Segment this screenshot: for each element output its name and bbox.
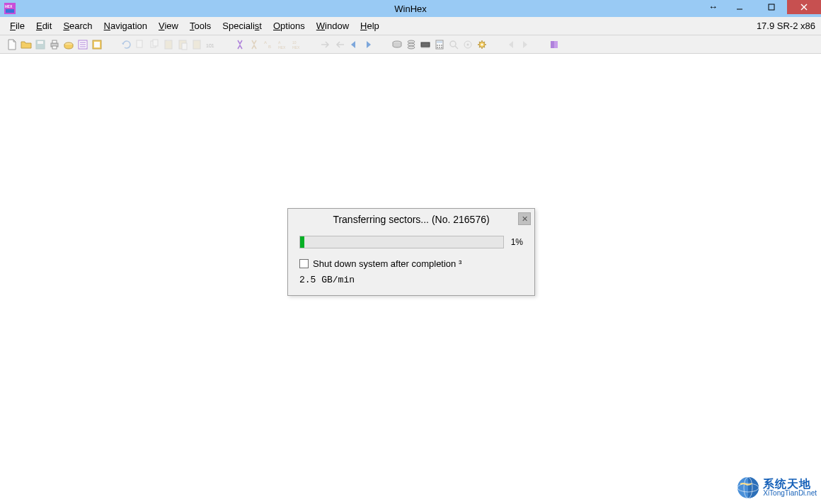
svg-line-54	[455, 46, 458, 49]
window-controls	[723, 0, 821, 14]
svg-rect-4	[769, 4, 774, 10]
menu-file[interactable]: File	[4, 19, 30, 33]
cut-icon[interactable]	[134, 38, 146, 50]
svg-rect-19	[137, 40, 142, 47]
copy-icon[interactable]	[148, 38, 160, 50]
analyze-icon[interactable]	[447, 38, 459, 50]
dir-browser-icon[interactable]	[91, 38, 103, 50]
content-area: Transferring sectors... (No. 216576) ✕ 1…	[0, 54, 821, 504]
maximize-button[interactable]	[755, 0, 787, 14]
svg-rect-38	[421, 42, 430, 47]
menu-specialist[interactable]: Specialist	[217, 19, 268, 33]
svg-text:10: 10	[292, 40, 297, 45]
print-icon[interactable]	[48, 38, 60, 50]
svg-point-58	[481, 43, 483, 45]
properties-icon[interactable]	[76, 38, 88, 50]
save-icon[interactable]	[34, 38, 46, 50]
progress-row: 1%	[299, 236, 523, 248]
menu-help[interactable]: Help	[355, 19, 385, 33]
svg-text:A: A	[278, 40, 281, 45]
svg-point-49	[441, 45, 442, 46]
find-text-icon[interactable]: AB	[262, 38, 274, 50]
paste-write-icon[interactable]	[190, 38, 202, 50]
goto-offset-icon[interactable]	[319, 38, 331, 50]
ram-icon[interactable]	[419, 38, 431, 50]
watermark-url: XiTongTianDi.net	[763, 490, 817, 497]
find-hex-icon[interactable]	[248, 38, 260, 50]
svg-rect-18	[94, 42, 100, 47]
forward-arrow-icon[interactable]	[362, 38, 374, 50]
disk-stack-icon[interactable]	[405, 38, 417, 50]
replace-text-icon[interactable]: 10HEX	[290, 38, 302, 50]
svg-point-35	[408, 40, 415, 43]
back-arrow-icon[interactable]	[348, 38, 360, 50]
prev-triangle-icon[interactable]	[505, 38, 517, 50]
menu-window[interactable]: Window	[311, 19, 355, 33]
menu-view[interactable]: View	[153, 19, 184, 33]
menu-navigation[interactable]: Navigation	[98, 19, 153, 33]
find-icon[interactable]	[234, 38, 246, 50]
menu-edit[interactable]: Edit	[30, 19, 57, 33]
menubar: File Edit Search Navigation View Tools S…	[0, 17, 821, 35]
svg-text:B: B	[268, 45, 271, 49]
shutdown-checkbox[interactable]	[299, 259, 309, 268]
svg-point-52	[441, 47, 442, 48]
svg-text:101: 101	[206, 43, 214, 48]
help-book-icon[interactable]	[548, 38, 560, 50]
clipboard-icon[interactable]	[162, 38, 174, 50]
svg-rect-25	[182, 43, 187, 50]
minimize-button[interactable]	[723, 0, 755, 14]
window-title: WinHex	[394, 4, 427, 14]
svg-text:HEX: HEX	[292, 45, 300, 50]
disk-icon[interactable]	[391, 38, 403, 50]
progress-bar	[299, 236, 504, 248]
dialog-body: 1% Shut down system after completion ³ 2…	[288, 230, 534, 295]
svg-point-48	[439, 45, 440, 46]
svg-point-56	[466, 43, 469, 45]
svg-point-53	[450, 41, 456, 47]
next-triangle-icon[interactable]	[519, 38, 531, 50]
svg-rect-22	[165, 40, 172, 49]
progress-percent: 1%	[511, 237, 523, 247]
menu-search[interactable]: Search	[57, 19, 98, 33]
calculator-icon[interactable]	[433, 38, 445, 50]
binary-icon[interactable]: 101	[205, 38, 217, 50]
version-label: 17.9 SR-2 x86	[757, 21, 815, 31]
replace-hex-icon[interactable]: AHEX	[276, 38, 288, 50]
svg-rect-2	[6, 9, 14, 13]
svg-point-37	[408, 46, 415, 49]
menu-options[interactable]: Options	[268, 19, 311, 33]
dialog-title: Transferring sectors... (No. 216576) ✕	[288, 209, 534, 230]
svg-point-50	[437, 47, 438, 48]
undo-icon[interactable]	[120, 38, 132, 50]
menu-tools[interactable]: Tools	[184, 19, 217, 33]
progress-fill	[300, 236, 304, 248]
position-icon[interactable]	[461, 38, 473, 50]
window-titlebar: HEX WinHex ↔	[0, 0, 821, 17]
svg-point-36	[408, 43, 415, 46]
watermark-cn: 系统天地	[763, 479, 817, 490]
watermark-text: 系统天地 XiTongTianDi.net	[763, 479, 817, 497]
paste-icon[interactable]	[176, 38, 188, 50]
shutdown-checkbox-label: Shut down system after completion ³	[313, 258, 461, 269]
goto-back-icon[interactable]	[333, 38, 345, 50]
toolbar: 101 AB AHEX 10HEX	[0, 35, 821, 54]
new-file-icon[interactable]	[6, 38, 18, 50]
write-sectors-icon[interactable]	[62, 38, 74, 50]
watermark: 系统天地 XiTongTianDi.net	[736, 476, 817, 500]
svg-point-51	[439, 47, 440, 48]
app-icon: HEX	[4, 3, 16, 14]
globe-icon	[736, 476, 760, 500]
svg-text:HEX: HEX	[278, 45, 286, 50]
open-folder-icon[interactable]	[20, 38, 32, 50]
options-gear-icon[interactable]	[476, 38, 488, 50]
progress-dialog: Transferring sectors... (No. 216576) ✕ 1…	[287, 208, 535, 296]
resize-handle-icon[interactable]: ↔	[708, 1, 718, 12]
dialog-close-button[interactable]: ✕	[518, 212, 531, 225]
svg-rect-23	[167, 40, 170, 41]
svg-rect-26	[193, 40, 200, 49]
svg-rect-11	[52, 46, 57, 49]
close-button[interactable]	[787, 0, 821, 14]
shutdown-checkbox-row[interactable]: Shut down system after completion ³	[299, 258, 523, 269]
svg-rect-8	[38, 41, 43, 44]
